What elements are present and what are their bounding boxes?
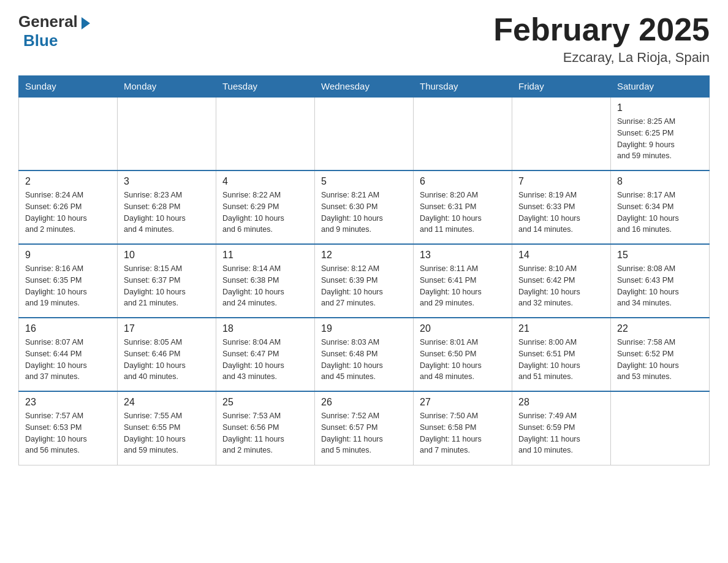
page-header: General Blue February 2025 Ezcaray, La R… — [18, 12, 710, 66]
calendar-cell: 24Sunrise: 7:55 AM Sunset: 6:55 PM Dayli… — [118, 391, 216, 465]
day-info: Sunrise: 8:19 AM Sunset: 6:33 PM Dayligh… — [518, 190, 604, 236]
calendar-cell: 5Sunrise: 8:21 AM Sunset: 6:30 PM Daylig… — [315, 170, 414, 244]
calendar-cell: 12Sunrise: 8:12 AM Sunset: 6:39 PM Dayli… — [315, 244, 414, 318]
weekday-header-monday: Monday — [118, 76, 216, 98]
day-info: Sunrise: 8:11 AM Sunset: 6:41 PM Dayligh… — [420, 263, 506, 309]
day-number: 11 — [222, 250, 308, 261]
calendar-cell: 3Sunrise: 8:23 AM Sunset: 6:28 PM Daylig… — [118, 170, 216, 244]
day-number: 27 — [420, 397, 506, 408]
week-row-2: 2Sunrise: 8:24 AM Sunset: 6:26 PM Daylig… — [19, 170, 710, 244]
calendar-cell: 6Sunrise: 8:20 AM Sunset: 6:31 PM Daylig… — [414, 170, 512, 244]
day-info: Sunrise: 8:21 AM Sunset: 6:30 PM Dayligh… — [321, 190, 407, 236]
day-info: Sunrise: 8:16 AM Sunset: 6:35 PM Dayligh… — [25, 263, 111, 309]
day-info: Sunrise: 8:24 AM Sunset: 6:26 PM Dayligh… — [25, 190, 111, 236]
calendar-cell — [19, 97, 118, 170]
day-info: Sunrise: 8:07 AM Sunset: 6:44 PM Dayligh… — [25, 337, 111, 383]
day-info: Sunrise: 7:50 AM Sunset: 6:58 PM Dayligh… — [420, 410, 506, 456]
calendar-cell: 7Sunrise: 8:19 AM Sunset: 6:33 PM Daylig… — [512, 170, 611, 244]
day-number: 5 — [321, 176, 407, 187]
day-info: Sunrise: 8:23 AM Sunset: 6:28 PM Dayligh… — [124, 190, 210, 236]
calendar-cell: 23Sunrise: 7:57 AM Sunset: 6:53 PM Dayli… — [19, 391, 118, 465]
day-info: Sunrise: 7:52 AM Sunset: 6:57 PM Dayligh… — [321, 410, 407, 456]
day-number: 8 — [617, 176, 703, 187]
title-area: February 2025 Ezcaray, La Rioja, Spain — [493, 12, 710, 66]
day-number: 19 — [321, 323, 407, 334]
day-number: 26 — [321, 397, 407, 408]
day-number: 18 — [222, 323, 308, 334]
week-row-4: 16Sunrise: 8:07 AM Sunset: 6:44 PM Dayli… — [19, 318, 710, 391]
calendar-cell: 16Sunrise: 8:07 AM Sunset: 6:44 PM Dayli… — [19, 318, 118, 391]
day-info: Sunrise: 8:12 AM Sunset: 6:39 PM Dayligh… — [321, 263, 407, 309]
day-number: 4 — [222, 176, 308, 187]
day-info: Sunrise: 7:58 AM Sunset: 6:52 PM Dayligh… — [617, 337, 703, 383]
day-info: Sunrise: 8:14 AM Sunset: 6:38 PM Dayligh… — [222, 263, 308, 309]
day-number: 1 — [617, 102, 703, 113]
calendar-cell: 17Sunrise: 8:05 AM Sunset: 6:46 PM Dayli… — [118, 318, 216, 391]
day-info: Sunrise: 7:57 AM Sunset: 6:53 PM Dayligh… — [25, 410, 111, 456]
calendar-cell — [118, 97, 216, 170]
weekday-header-row: SundayMondayTuesdayWednesdayThursdayFrid… — [19, 76, 710, 98]
calendar-cell — [216, 97, 315, 170]
day-number: 10 — [124, 250, 210, 261]
calendar-cell: 11Sunrise: 8:14 AM Sunset: 6:38 PM Dayli… — [216, 244, 315, 318]
calendar-cell: 22Sunrise: 7:58 AM Sunset: 6:52 PM Dayli… — [611, 318, 710, 391]
day-number: 9 — [25, 250, 111, 261]
week-row-3: 9Sunrise: 8:16 AM Sunset: 6:35 PM Daylig… — [19, 244, 710, 318]
calendar-cell: 20Sunrise: 8:01 AM Sunset: 6:50 PM Dayli… — [414, 318, 512, 391]
calendar-cell: 13Sunrise: 8:11 AM Sunset: 6:41 PM Dayli… — [414, 244, 512, 318]
day-info: Sunrise: 8:00 AM Sunset: 6:51 PM Dayligh… — [518, 337, 604, 383]
calendar-cell — [414, 97, 512, 170]
day-info: Sunrise: 8:20 AM Sunset: 6:31 PM Dayligh… — [420, 190, 506, 236]
calendar-cell: 25Sunrise: 7:53 AM Sunset: 6:56 PM Dayli… — [216, 391, 315, 465]
calendar-cell: 4Sunrise: 8:22 AM Sunset: 6:29 PM Daylig… — [216, 170, 315, 244]
day-info: Sunrise: 7:49 AM Sunset: 6:59 PM Dayligh… — [518, 410, 604, 456]
day-number: 7 — [518, 176, 604, 187]
day-number: 25 — [222, 397, 308, 408]
day-info: Sunrise: 7:53 AM Sunset: 6:56 PM Dayligh… — [222, 410, 308, 456]
day-info: Sunrise: 8:01 AM Sunset: 6:50 PM Dayligh… — [420, 337, 506, 383]
day-info: Sunrise: 8:04 AM Sunset: 6:47 PM Dayligh… — [222, 337, 308, 383]
logo: General Blue — [18, 12, 90, 50]
day-info: Sunrise: 8:08 AM Sunset: 6:43 PM Dayligh… — [617, 263, 703, 309]
day-info: Sunrise: 8:17 AM Sunset: 6:34 PM Dayligh… — [617, 190, 703, 236]
calendar-cell: 27Sunrise: 7:50 AM Sunset: 6:58 PM Dayli… — [414, 391, 512, 465]
calendar-cell: 14Sunrise: 8:10 AM Sunset: 6:42 PM Dayli… — [512, 244, 611, 318]
calendar-cell: 1Sunrise: 8:25 AM Sunset: 6:25 PM Daylig… — [611, 97, 710, 170]
calendar-cell: 10Sunrise: 8:15 AM Sunset: 6:37 PM Dayli… — [118, 244, 216, 318]
day-number: 16 — [25, 323, 111, 334]
day-number: 17 — [124, 323, 210, 334]
weekday-header-sunday: Sunday — [19, 76, 118, 98]
day-info: Sunrise: 8:10 AM Sunset: 6:42 PM Dayligh… — [518, 263, 604, 309]
week-row-1: 1Sunrise: 8:25 AM Sunset: 6:25 PM Daylig… — [19, 97, 710, 170]
day-info: Sunrise: 8:25 AM Sunset: 6:25 PM Dayligh… — [617, 116, 703, 162]
calendar-cell: 28Sunrise: 7:49 AM Sunset: 6:59 PM Dayli… — [512, 391, 611, 465]
day-info: Sunrise: 8:05 AM Sunset: 6:46 PM Dayligh… — [124, 337, 210, 383]
calendar-cell: 8Sunrise: 8:17 AM Sunset: 6:34 PM Daylig… — [611, 170, 710, 244]
day-number: 6 — [420, 176, 506, 187]
day-number: 20 — [420, 323, 506, 334]
day-number: 24 — [124, 397, 210, 408]
logo-arrow-icon — [82, 17, 90, 29]
day-number: 21 — [518, 323, 604, 334]
day-info: Sunrise: 7:55 AM Sunset: 6:55 PM Dayligh… — [124, 410, 210, 456]
day-number: 3 — [124, 176, 210, 187]
day-number: 14 — [518, 250, 604, 261]
calendar-cell: 21Sunrise: 8:00 AM Sunset: 6:51 PM Dayli… — [512, 318, 611, 391]
weekday-header-tuesday: Tuesday — [216, 76, 315, 98]
week-row-5: 23Sunrise: 7:57 AM Sunset: 6:53 PM Dayli… — [19, 391, 710, 465]
logo-blue-text: Blue — [23, 31, 58, 50]
weekday-header-saturday: Saturday — [611, 76, 710, 98]
day-info: Sunrise: 8:15 AM Sunset: 6:37 PM Dayligh… — [124, 263, 210, 309]
day-number: 28 — [518, 397, 604, 408]
day-number: 23 — [25, 397, 111, 408]
month-title: February 2025 — [493, 12, 710, 47]
calendar-cell — [512, 97, 611, 170]
day-info: Sunrise: 8:03 AM Sunset: 6:48 PM Dayligh… — [321, 337, 407, 383]
calendar-cell: 18Sunrise: 8:04 AM Sunset: 6:47 PM Dayli… — [216, 318, 315, 391]
weekday-header-wednesday: Wednesday — [315, 76, 414, 98]
day-info: Sunrise: 8:22 AM Sunset: 6:29 PM Dayligh… — [222, 190, 308, 236]
day-number: 13 — [420, 250, 506, 261]
day-number: 2 — [25, 176, 111, 187]
calendar-table: SundayMondayTuesdayWednesdayThursdayFrid… — [18, 75, 710, 465]
calendar-cell: 9Sunrise: 8:16 AM Sunset: 6:35 PM Daylig… — [19, 244, 118, 318]
